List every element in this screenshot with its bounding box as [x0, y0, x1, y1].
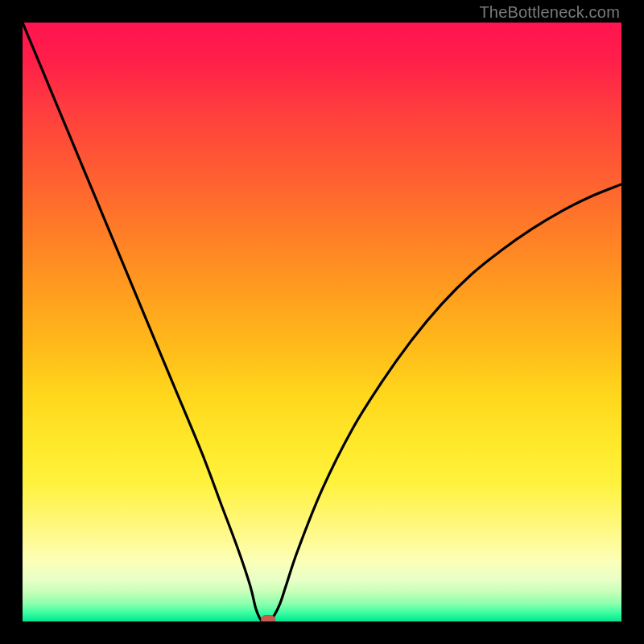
- optimum-marker: [261, 615, 275, 621]
- chart-frame: TheBottleneck.com: [0, 0, 644, 644]
- plot-area: [23, 23, 621, 621]
- watermark-text: TheBottleneck.com: [479, 3, 620, 22]
- bottleneck-curve: [23, 23, 621, 621]
